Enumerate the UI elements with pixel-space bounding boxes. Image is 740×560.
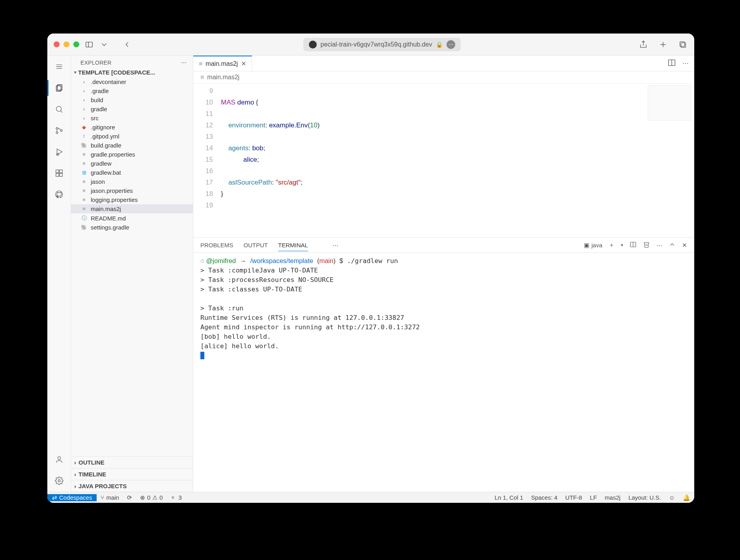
search-icon[interactable] — [53, 103, 65, 116]
sidebar-menu-icon[interactable]: ⋯ — [181, 60, 187, 66]
new-tab-icon[interactable] — [658, 39, 668, 50]
panel-tabs: PROBLEMSOUTPUTTERMINAL ⋯ ▣java ＋ ▾ ⋯ ✕ — [193, 238, 694, 253]
svg-rect-6 — [680, 41, 685, 46]
file--gradle[interactable]: ›.gradle — [71, 86, 193, 95]
code-editor[interactable]: 910111213141516171819 MAS demo { environ… — [193, 84, 694, 237]
window-controls — [54, 41, 79, 47]
file-build-gradle[interactable]: 🐘build.gradle — [71, 141, 193, 150]
project-root[interactable]: ▾ TEMPLATE [CODESPACE... — [71, 67, 193, 77]
keyboard-layout[interactable]: Layout: U.S. — [624, 494, 665, 501]
svg-rect-0 — [86, 42, 93, 47]
sidebar-header: EXPLORER ⋯ — [71, 56, 193, 67]
sidebar-explorer: EXPLORER ⋯ ▾ TEMPLATE [CODESPACE... ›.de… — [71, 56, 193, 492]
editor-menu-icon[interactable]: ⋯ — [682, 60, 689, 67]
browser-titlebar: pecial-train-v6gqv7wrq3x59q.github.dev 🔒… — [47, 34, 694, 56]
maximize-window-button[interactable] — [73, 41, 79, 47]
remote-indicator[interactable]: ⇄ Codespaces — [47, 494, 97, 501]
file-main-mas2j[interactable]: ≡main.mas2j — [71, 204, 193, 213]
language-mode[interactable]: mas2j — [601, 494, 624, 501]
tab-main-mas2j[interactable]: ≡ main.mas2j ✕ — [193, 56, 252, 71]
file--devcontainer[interactable]: ›.devcontainer — [71, 77, 193, 86]
source-control-icon[interactable] — [53, 124, 65, 137]
code-content[interactable]: MAS demo { environment: example.Env(10) … — [217, 84, 694, 237]
minimap[interactable] — [648, 85, 691, 121]
section-outline[interactable]: ›OUTLINE — [71, 456, 193, 468]
close-tab-icon[interactable]: ✕ — [241, 60, 246, 67]
settings-gear-icon[interactable] — [53, 474, 65, 487]
file--gitignore[interactable]: ◆.gitignore — [71, 123, 193, 132]
file-gradlew-bat[interactable]: ⊞gradlew.bat — [71, 168, 193, 177]
file--gitpod-yml[interactable]: !.gitpod.yml — [71, 132, 193, 141]
file-icon: ≡ — [80, 151, 88, 157]
chevron-right-icon: › — [80, 88, 88, 94]
section-java-projects[interactable]: ›JAVA PROJECTS — [71, 480, 193, 492]
file-logging-properties[interactable]: ≡logging.properties — [71, 195, 193, 204]
file-src[interactable]: ›src — [71, 114, 193, 123]
warning-icon: ⚠ — [152, 494, 157, 501]
svg-point-24 — [58, 480, 60, 482]
file-settings-gradle[interactable]: 🐘settings.gradle — [71, 223, 193, 232]
problems-status[interactable]: ⊗0 ⚠0 — [136, 494, 167, 501]
extensions-icon[interactable] — [53, 167, 65, 179]
tabs-overview-icon[interactable] — [678, 39, 688, 50]
split-terminal-icon[interactable] — [630, 241, 637, 249]
file-icon: ≡ — [80, 206, 88, 212]
file-jason-properties[interactable]: ≡jason.properties — [71, 186, 193, 195]
panel-tab-terminal[interactable]: TERMINAL — [278, 242, 308, 251]
new-terminal-icon[interactable]: ＋ — [609, 241, 615, 249]
explorer-icon[interactable] — [53, 82, 65, 94]
close-window-button[interactable] — [54, 41, 60, 47]
run-debug-icon[interactable] — [53, 146, 65, 158]
chevron-right-icon: › — [74, 471, 76, 478]
terminal-profile[interactable]: ▣java — [584, 242, 602, 249]
file-gradle-properties[interactable]: ≡gradle.properties — [71, 150, 193, 159]
indentation[interactable]: Spaces: 4 — [527, 494, 561, 501]
cursor-position[interactable]: Ln 1, Col 1 — [491, 494, 527, 501]
trash-icon[interactable] — [643, 241, 650, 249]
account-icon[interactable] — [53, 453, 65, 466]
split-editor-icon[interactable] — [667, 58, 676, 69]
git-branch[interactable]: ⑂ main — [97, 494, 123, 501]
panel-tab-problems[interactable]: PROBLEMS — [200, 242, 233, 251]
file-README-md[interactable]: ⓘREADME.md — [71, 213, 193, 223]
file-icon: 🐘 — [80, 224, 88, 230]
share-icon[interactable] — [638, 39, 648, 50]
sidebar-toggle-icon[interactable] — [84, 39, 94, 50]
section-timeline[interactable]: ›TIMELINE — [71, 468, 193, 480]
encoding[interactable]: UTF-8 — [561, 494, 586, 501]
panel-more-icon[interactable]: ⋯ — [656, 242, 662, 249]
chevron-down-icon[interactable] — [99, 39, 109, 50]
svg-point-12 — [56, 106, 61, 112]
terminal-output[interactable]: ○ @jomifred → /workspaces/template (main… — [193, 253, 694, 375]
panel-tab-output[interactable]: OUTPUT — [243, 242, 268, 251]
breadcrumb[interactable]: ≡ main.mas2j — [193, 71, 694, 84]
feedback-icon[interactable]: ☺ — [665, 494, 679, 501]
file-jason[interactable]: ≡jason — [71, 177, 193, 186]
file-icon: ≡ — [200, 74, 204, 81]
ports-status[interactable]: ᯤ3 — [167, 494, 186, 501]
line-gutter: 910111213141516171819 — [193, 84, 217, 237]
file-gradle[interactable]: ›gradle — [71, 105, 193, 114]
sync-icon[interactable]: ⟳ — [123, 494, 136, 501]
back-icon[interactable] — [122, 39, 132, 50]
chevron-down-icon[interactable]: ▾ — [621, 243, 623, 248]
notifications-icon[interactable]: 🔔 — [679, 494, 694, 501]
file-gradlew[interactable]: ≡gradlew — [71, 159, 193, 168]
project-name: TEMPLATE [CODESPACE... — [78, 69, 155, 76]
sidebar-title: EXPLORER — [80, 60, 112, 66]
close-panel-icon[interactable]: ✕ — [682, 242, 687, 249]
panel-menu-icon[interactable]: ⋯ — [333, 242, 338, 249]
minimize-window-button[interactable] — [64, 41, 69, 47]
url-bar[interactable]: pecial-train-v6gqv7wrq3x59q.github.dev 🔒… — [303, 38, 461, 51]
site-menu-icon[interactable]: ⋯ — [447, 40, 455, 49]
svg-rect-5 — [681, 43, 686, 47]
maximize-panel-icon[interactable] — [669, 241, 676, 249]
antenna-icon: ᯤ — [171, 494, 177, 501]
remote-icon: ⇄ — [52, 494, 57, 501]
file-build[interactable]: ›build — [71, 95, 193, 105]
chevron-right-icon: › — [80, 115, 88, 121]
file-icon: ≡ — [80, 161, 88, 166]
menu-icon[interactable] — [53, 60, 65, 73]
github-icon[interactable] — [53, 188, 65, 201]
eol[interactable]: LF — [586, 494, 601, 501]
